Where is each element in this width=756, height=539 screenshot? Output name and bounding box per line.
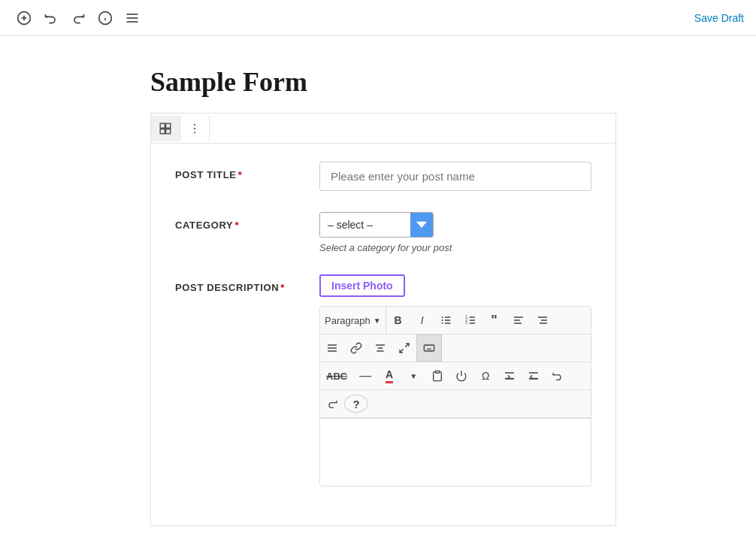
- form-block: POST TITLE* CATEGORY* – select –: [150, 113, 616, 526]
- category-input-wrap: – select – Select a category for your po…: [319, 212, 591, 253]
- block-more-button[interactable]: [180, 116, 210, 141]
- rich-toolbar-row-1: Paragraph ▼ B I 123 ": [320, 307, 591, 335]
- undo-rich-button[interactable]: [546, 362, 570, 389]
- required-star-desc: *: [280, 282, 285, 293]
- svg-line-40: [405, 344, 409, 347]
- italic-button[interactable]: I: [410, 307, 434, 334]
- category-select[interactable]: – select –: [320, 213, 410, 236]
- page-title: Sample Form: [150, 66, 756, 98]
- horizontal-rule-button[interactable]: —: [353, 362, 377, 389]
- align-center-button[interactable]: [368, 335, 392, 362]
- indent-button[interactable]: [497, 362, 522, 389]
- blockquote-button[interactable]: ": [482, 307, 507, 334]
- ordered-list-button[interactable]: 123: [458, 307, 482, 334]
- category-select-wrap: – select –: [319, 212, 434, 238]
- save-draft-button[interactable]: Save Draft: [694, 12, 744, 24]
- info-button[interactable]: [93, 6, 117, 30]
- help-button[interactable]: ?: [344, 395, 368, 413]
- category-label: CATEGORY*: [175, 212, 295, 231]
- category-row: CATEGORY* – select – Select a category f…: [175, 212, 591, 253]
- strikethrough-button[interactable]: ABC: [320, 362, 353, 389]
- post-title-input-wrap: [319, 162, 591, 191]
- text-color-arrow-button[interactable]: ▼: [401, 362, 425, 389]
- post-description-label: POST DESCRIPTION*: [175, 274, 295, 293]
- svg-rect-48: [436, 371, 440, 373]
- svg-rect-42: [424, 345, 434, 351]
- svg-rect-11: [160, 129, 165, 133]
- bold-button[interactable]: B: [386, 307, 410, 334]
- chain-link-button[interactable]: [449, 362, 473, 389]
- svg-point-13: [194, 123, 195, 125]
- text-color-button[interactable]: A: [377, 362, 401, 389]
- svg-line-41: [400, 349, 404, 353]
- align-right-button[interactable]: [531, 307, 555, 334]
- svg-point-21: [441, 322, 443, 324]
- svg-text:3: 3: [465, 321, 467, 325]
- svg-rect-12: [166, 129, 171, 133]
- rich-toolbar-row-4: ?: [320, 390, 591, 418]
- expand-button[interactable]: [392, 335, 416, 362]
- svg-rect-10: [166, 123, 171, 128]
- rich-text-editor-area[interactable]: [320, 418, 591, 486]
- top-toolbar: Save Draft: [0, 0, 756, 36]
- align-justify-button[interactable]: [320, 335, 344, 362]
- add-block-button[interactable]: [12, 6, 36, 30]
- required-star-category: *: [234, 220, 239, 231]
- align-left-button[interactable]: [507, 307, 531, 334]
- redo-rich-button[interactable]: [320, 390, 344, 417]
- keyboard-button[interactable]: [416, 335, 442, 362]
- post-description-row: POST DESCRIPTION* Insert Photo Paragraph…: [175, 274, 591, 486]
- block-toolbar: [151, 114, 615, 144]
- post-title-row: POST TITLE*: [175, 162, 591, 191]
- required-star: *: [238, 169, 243, 180]
- svg-point-19: [441, 316, 443, 318]
- post-title-input[interactable]: [319, 162, 591, 191]
- rich-toolbar-row-2: [320, 335, 591, 362]
- post-title-label: POST TITLE*: [175, 162, 295, 180]
- svg-point-14: [194, 127, 195, 129]
- unordered-list-button[interactable]: [434, 307, 458, 334]
- block-grid-view-button[interactable]: [151, 116, 180, 141]
- rich-toolbar-row-3: ABC — A ▼ Ω: [320, 362, 591, 390]
- redo-button[interactable]: [66, 6, 90, 30]
- toolbar-left: [12, 6, 144, 30]
- paragraph-select-button[interactable]: Paragraph ▼: [320, 307, 386, 334]
- menu-button[interactable]: [120, 6, 144, 30]
- post-description-input-wrap: Insert Photo Paragraph ▼ B I: [319, 274, 591, 486]
- svg-point-20: [441, 319, 443, 321]
- category-hint: Select a category for your post: [319, 242, 591, 253]
- paragraph-arrow-icon: ▼: [373, 316, 381, 325]
- category-select-arrow[interactable]: [410, 213, 433, 237]
- svg-point-15: [194, 132, 195, 133]
- link-button[interactable]: [344, 335, 368, 362]
- undo-button[interactable]: [39, 6, 63, 30]
- outdent-button[interactable]: [522, 362, 546, 389]
- rich-text-toolbar: Paragraph ▼ B I 123 ": [319, 306, 591, 486]
- paste-button[interactable]: [425, 362, 449, 389]
- form-fields: POST TITLE* CATEGORY* – select –: [151, 144, 615, 525]
- svg-rect-9: [160, 123, 165, 128]
- page-content: Sample Form G: [0, 36, 756, 526]
- omega-button[interactable]: Ω: [473, 362, 497, 389]
- insert-photo-button[interactable]: Insert Photo: [319, 274, 405, 297]
